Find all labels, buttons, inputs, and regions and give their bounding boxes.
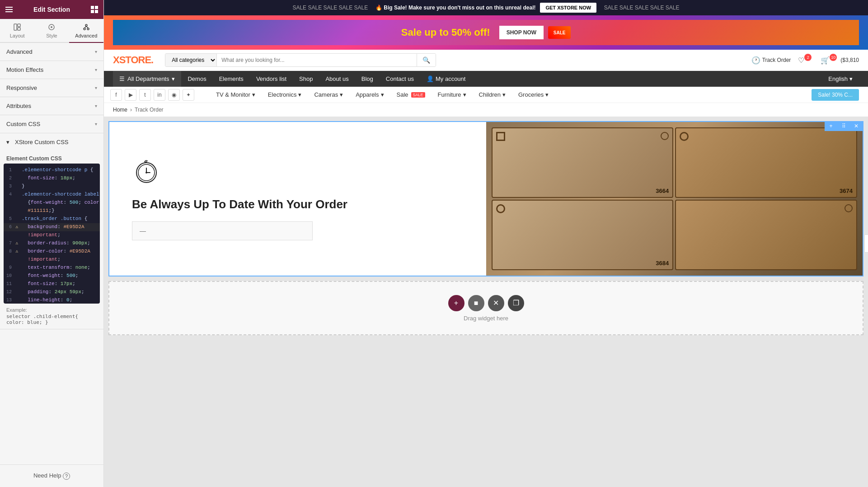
code-line-4c: #111111;}: [4, 207, 100, 215]
grid-icon[interactable]: [91, 6, 98, 13]
hamburger-icon: ☰: [119, 75, 125, 82]
social-youtube[interactable]: ▶: [125, 89, 136, 101]
track-order-input[interactable]: [132, 221, 313, 240]
code-line-4b: {font-weight: 500; color:: [4, 199, 100, 207]
subnav-electronics[interactable]: Electronics ▾: [262, 87, 308, 103]
nav-about-label: About us: [325, 75, 348, 82]
svg-point-7: [87, 28, 89, 30]
subnav-furniture[interactable]: Furniture ▾: [432, 87, 473, 103]
cart-link[interactable]: 🛒 10 ($3,810: [821, 56, 859, 65]
subnav-groceries[interactable]: Groceries ▾: [512, 87, 555, 103]
chevron-tv-icon: ▾: [252, 91, 255, 98]
code-line-10: 10 font-weight: 500;: [4, 272, 100, 280]
section-close-button[interactable]: ✕: [850, 121, 863, 131]
tab-advanced[interactable]: Advanced: [69, 19, 103, 43]
search-category-select[interactable]: All categories: [165, 54, 217, 66]
nav-vendors-label: Vendors list: [256, 75, 286, 82]
accordion-responsive-header[interactable]: Responsive ▾: [0, 79, 103, 97]
social-linkedin[interactable]: in: [154, 89, 165, 101]
hamburger-menu[interactable]: [5, 7, 13, 12]
clock-icon: 🕐: [751, 56, 760, 65]
search-input[interactable]: [217, 54, 417, 66]
sale-scrolling-text: SALE SALE SALE SALE SALE: [292, 5, 371, 11]
sale-right-button[interactable]: Sale! 30% C...: [812, 89, 859, 101]
search-button[interactable]: 🔍: [417, 54, 436, 66]
nav-item-vendors[interactable]: Vendors list: [250, 71, 293, 87]
need-help-text: Need Help: [33, 472, 61, 479]
main-nav: ☰ All Departments ▾ Demos Elements Vendo…: [104, 71, 868, 87]
accordion-motion-header[interactable]: Motion Effects ▾: [0, 61, 103, 79]
nav-item-about[interactable]: About us: [319, 71, 355, 87]
social-facebook[interactable]: f: [110, 89, 122, 101]
widget-copy-button[interactable]: ❐: [508, 295, 524, 311]
wishlist-badge: 2: [804, 54, 812, 61]
subnav-children[interactable]: Children ▾: [473, 87, 512, 103]
help-icon[interactable]: ?: [63, 473, 70, 480]
tab-layout-label: Layout: [10, 33, 25, 38]
breadcrumb-home[interactable]: Home: [113, 107, 127, 113]
chevron-cam-icon: ▾: [340, 91, 343, 98]
widget-move-button[interactable]: ■: [468, 295, 484, 311]
nav-item-language[interactable]: English ▾: [822, 71, 859, 87]
section-move-button[interactable]: ⠿: [837, 121, 850, 131]
accordion-responsive-arrow: ▾: [95, 85, 97, 90]
accordion-advanced: Advanced ▾: [0, 43, 103, 61]
accordion-attributes-arrow: ▾: [95, 103, 97, 108]
nav-item-account[interactable]: 👤 My account: [420, 71, 472, 87]
nav-item-demos[interactable]: Demos: [181, 71, 212, 87]
subnav-apparels[interactable]: Apparels ▾: [349, 87, 390, 103]
social-bar: f ▶ t in ◉ ✦: [104, 87, 201, 103]
panel-header: Edit Section: [0, 0, 103, 19]
code-line-4: 4 .elementor-shortcode label {: [4, 191, 100, 199]
track-order-label: Track Order: [762, 57, 791, 63]
chevron-elec-icon: ▾: [298, 91, 301, 98]
subnav-cameras[interactable]: Cameras ▾: [308, 87, 349, 103]
code-editor[interactable]: 1 .elementor-shortcode p { 2 font-size: …: [4, 164, 100, 304]
search-bar: All categories 🔍: [165, 53, 436, 67]
subnav-cameras-label: Cameras: [314, 91, 338, 98]
track-order-link[interactable]: 🕐 Track Order: [751, 56, 791, 65]
social-tiktok[interactable]: ✦: [183, 89, 194, 101]
left-panel: Edit Section Layout Style Advanced Advan…: [0, 0, 104, 487]
shop-now-button[interactable]: SHOP NOW: [499, 26, 544, 39]
social-instagram[interactable]: ◉: [168, 89, 180, 101]
accordion-advanced-header[interactable]: Advanced ▾: [0, 43, 103, 61]
social-twitter[interactable]: t: [139, 89, 151, 101]
sale-scrolling-text-right: SALE SALE SALE SALE SALE: [601, 5, 679, 11]
accordion-attributes-header[interactable]: Attributes ▾: [0, 97, 103, 115]
wishlist-link[interactable]: ♡ 2: [798, 56, 813, 65]
widget-add-button[interactable]: +: [448, 295, 464, 311]
svg-point-5: [85, 24, 87, 26]
accordion-custom-css-header[interactable]: Custom CSS ▾: [0, 115, 103, 133]
accordion-custom-css-arrow: ▾: [95, 122, 97, 126]
nav-bar: XSTORE. All categories 🔍 🕐 Track Order ♡…: [104, 50, 868, 71]
code-line-3: 3 }: [4, 183, 100, 191]
panel-tabs: Layout Style Advanced: [0, 19, 103, 43]
subnav-tv[interactable]: TV & Monitor ▾: [210, 87, 262, 103]
svg-rect-1: [18, 24, 20, 27]
nav-item-shop[interactable]: Shop: [293, 71, 319, 87]
get-xstore-button[interactable]: GET XSTORE NOW: [540, 3, 596, 13]
nav-account-label: My account: [436, 75, 465, 82]
tab-layout[interactable]: Layout: [0, 19, 34, 42]
nav-item-elements[interactable]: Elements: [213, 71, 250, 87]
code-line-8b: !important;: [4, 256, 100, 264]
element-custom-css-section: Element Custom CSS 1 .elementor-shortcod…: [0, 151, 103, 329]
logo[interactable]: XSTORE.: [113, 54, 153, 66]
accordion-xstore-css-header[interactable]: ▾ XStore Custom CSS: [0, 133, 103, 151]
code-line-9: 9 text-transform: none;: [4, 264, 100, 272]
subnav-sale[interactable]: Sale SALE: [390, 87, 432, 103]
nav-item-contact[interactable]: Contact us: [380, 71, 420, 87]
nav-item-departments[interactable]: ☰ All Departments ▾: [113, 71, 181, 87]
nav-item-blog[interactable]: Blog: [355, 71, 380, 87]
accordion-custom-css-label: Custom CSS: [6, 121, 40, 127]
tab-style[interactable]: Style: [34, 19, 69, 42]
secondary-nav: TV & Monitor ▾ Electronics ▾ Cameras ▾ A…: [201, 87, 868, 103]
widget-close-button[interactable]: ✕: [488, 295, 504, 311]
vault-num-3: 3684: [656, 260, 669, 267]
nav-elements-label: Elements: [219, 75, 244, 82]
section-add-button[interactable]: +: [825, 121, 837, 131]
accordion-xstore-css: ▾ XStore Custom CSS Element Custom CSS 1…: [0, 133, 103, 329]
drag-widget-text: Drag widget here: [448, 315, 524, 322]
accordion-responsive: Responsive ▾: [0, 79, 103, 97]
